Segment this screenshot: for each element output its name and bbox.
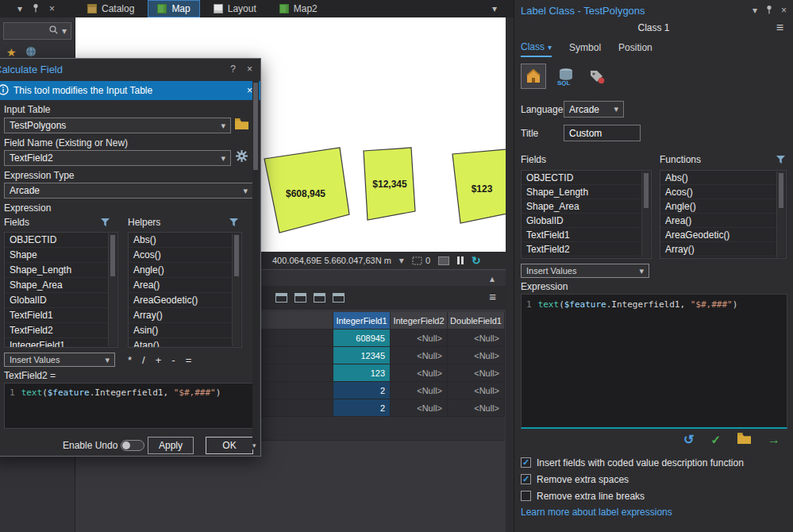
table-cell[interactable]: <Null> [448,330,505,347]
function-item[interactable]: Acos() [660,185,786,199]
table-cell[interactable]: <Null> [448,382,505,399]
label-option[interactable]: ✓ Remove extra spaces [521,471,744,488]
close-icon[interactable]: × [247,86,252,95]
title-input[interactable]: Custom [564,125,641,141]
validate-check-icon[interactable]: ✓ [710,433,721,447]
table-column-header[interactable]: DoubleField1 [448,312,505,330]
checkbox[interactable]: ✓ [521,457,531,468]
field-item[interactable]: Shape [5,248,117,263]
helper-item[interactable]: Area() [129,278,241,293]
pause-icon[interactable] [457,256,464,264]
table-cell[interactable]: <Null> [391,399,448,417]
scrollbar[interactable] [641,172,650,257]
extent-icon[interactable] [438,256,449,265]
filter-icon[interactable] [776,155,785,166]
filter-icon[interactable] [101,218,110,229]
remove-label-icon[interactable] [584,64,610,89]
scrollbar[interactable] [108,233,117,346]
apply-button[interactable]: Apply [148,437,194,454]
table-cell[interactable]: <Null> [448,399,505,417]
field-item[interactable]: TextField1 [522,228,651,242]
helper-item[interactable]: Abs() [129,233,241,248]
helper-item[interactable]: Acos() [129,248,241,263]
panel-header[interactable]: Label Class - TestPolygons ▾ × [514,0,793,21]
view-tab[interactable]: Catalog [78,0,144,17]
scrollbar[interactable] [232,233,241,346]
browse-folder-icon[interactable] [235,118,248,132]
table-view-icon[interactable] [314,293,325,303]
table-column-header[interactable]: IntegerField1 [333,312,391,330]
favorites-icon[interactable]: ★ [6,46,17,59]
close-icon[interactable]: × [781,6,787,15]
field-item[interactable]: Shape_Length [5,263,117,278]
insert-values-combo[interactable]: Insert Values ▾ [4,353,115,367]
close-icon[interactable]: × [49,4,55,13]
view-tab[interactable]: Layout [204,0,266,17]
operator-button[interactable]: / [142,354,145,366]
pin-icon[interactable] [32,3,40,15]
expression-code[interactable]: text($feature.Integerfield1, "$#,###") [538,299,738,310]
enable-undo-toggle[interactable] [121,440,144,451]
field-name-combo[interactable]: TextField2 ▾ [4,150,231,166]
search-input[interactable]: ▾ [3,22,71,40]
helper-item[interactable]: Atan() [129,338,241,348]
field-item[interactable]: IntegerField1 [5,338,117,348]
expression-editor[interactable]: 1 text($feature.Integerfield1, "$#,###") [521,294,787,429]
function-item[interactable]: Array() [660,242,786,256]
helper-item[interactable]: Angle() [129,263,241,278]
general-label-icon[interactable] [521,64,546,89]
tab-overflow-chevron-icon[interactable]: ▾ [492,4,497,13]
dialog-scrollbar[interactable]: ▾ [252,81,259,449]
table-menu-icon[interactable]: ≡ [489,291,496,303]
field-item[interactable]: TextField2 [522,242,651,256]
learn-more-link[interactable]: Learn more about label expressions [521,507,672,518]
undo-icon[interactable]: ↺ [683,432,694,447]
label-panel-tab[interactable]: Symbol [569,41,601,57]
ok-button[interactable]: OK [206,437,253,454]
selection-count[interactable]: 0 [412,256,430,265]
operator-button[interactable]: + [156,354,162,366]
collapse-chevron-icon[interactable]: ▴ [490,274,495,283]
table-cell[interactable]: 608945 [333,330,391,347]
label-option[interactable]: Remove extra line breaks [521,488,744,504]
view-tab[interactable]: Map2 [270,0,327,17]
insert-values-combo[interactable]: Insert Values ▾ [521,264,649,278]
operator-button[interactable]: * [128,354,132,366]
function-item[interactable]: Angle() [660,199,786,214]
table-cell[interactable]: <Null> [391,364,448,382]
function-item[interactable]: Abs() [660,171,786,185]
gear-icon[interactable] [236,150,248,164]
refresh-icon[interactable]: ↻ [472,255,481,266]
table-cell[interactable]: 2 [333,399,391,417]
sql-query-icon[interactable]: SQL [552,64,578,89]
field-item[interactable]: OBJECTID [522,171,651,185]
dialog-titlebar[interactable]: Calculate Field ? × [0,59,260,79]
close-icon[interactable]: × [247,64,252,74]
chevron-down-icon[interactable]: ▾ [62,26,67,36]
panel-menu-icon[interactable]: ≡ [776,21,783,34]
field-item[interactable]: Shape_Length [522,185,651,199]
field-item[interactable]: GlobalID [5,293,117,308]
table-cell[interactable]: <Null> [391,330,448,347]
label-panel-tab[interactable]: Class ▾ [521,41,552,57]
chevron-down-icon[interactable]: ▾ [399,256,404,265]
checkbox[interactable] [521,491,531,501]
field-item[interactable]: TextField2 [5,323,117,338]
helper-item[interactable]: Asin() [129,323,241,338]
chevron-down-icon[interactable]: ▾ [17,4,22,13]
field-item[interactable]: Shape_Area [522,199,651,214]
expression-editor[interactable]: 1 text($feature.Integerfield1, "$#,###") [4,383,253,429]
table-view-icon[interactable] [333,293,345,303]
table-cell[interactable]: <Null> [391,347,448,364]
filter-icon[interactable] [229,218,238,229]
view-tab[interactable]: Map [148,0,199,17]
help-icon[interactable]: ? [230,64,236,74]
label-option[interactable]: ✓ Insert fields with coded value descrip… [521,454,744,471]
label-panel-tab[interactable]: Position [618,41,652,57]
function-item[interactable]: Area() [660,214,786,228]
operator-button[interactable]: = [186,354,192,366]
table-column-header[interactable]: IntegerField2 [391,312,448,330]
apply-arrow-icon[interactable]: → [768,433,780,447]
expression-code[interactable]: text($feature.Integerfield1, "$#,###") [21,387,221,398]
field-item[interactable]: GlobalID [522,214,651,228]
